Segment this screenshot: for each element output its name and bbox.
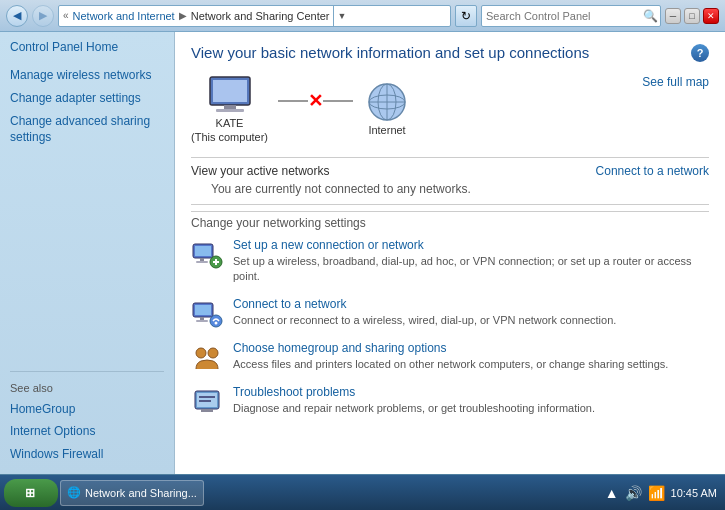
troubleshoot-desc: Diagnose and repair network problems, or… [233,402,595,414]
troubleshoot-link[interactable]: Troubleshoot problems [233,385,595,399]
svg-rect-17 [195,305,211,315]
globe-icon [363,82,411,122]
connect-network-link[interactable]: Connect to a network [233,297,616,311]
homegroup-desc: Access files and printers located on oth… [233,358,668,370]
content-area: ? View your basic network information an… [175,32,725,474]
taskbar-active-window[interactable]: 🌐 Network and Sharing... [60,480,204,506]
breadcrumb-current: Network and Sharing Center [191,10,330,22]
tray-time: 10:45 AM [671,487,717,499]
no-connection-message: You are currently not connected to any n… [191,182,709,196]
svg-point-21 [215,321,218,324]
connect-to-network-link[interactable]: Connect to a network [596,164,709,178]
svg-point-22 [196,348,206,358]
connector-line-left [278,100,308,102]
svg-rect-19 [196,320,208,322]
search-button[interactable]: 🔍 [640,6,660,26]
svg-rect-12 [196,261,208,263]
homegroup-link[interactable]: Choose homegroup and sharing options [233,341,668,355]
change-settings-title: Change your networking settings [191,211,709,230]
svg-point-20 [210,315,222,327]
sidebar: Control Panel Home Manage wireless netwo… [0,32,175,474]
svg-rect-11 [200,258,204,261]
network-connector: ✕ [268,90,363,128]
title-bar: ◀ ▶ « Network and Internet ▶ Network and… [0,0,725,32]
svg-rect-3 [216,109,244,112]
main-content: Control Panel Home Manage wireless netwo… [0,32,725,474]
divider-2 [191,204,709,205]
computer-icon [206,75,254,115]
sidebar-links: Manage wireless networks Change adapter … [10,64,164,149]
search-box: 🔍 [481,5,661,27]
svg-rect-2 [224,105,236,109]
network-diagram: KATE (This computer) ✕ [191,75,709,143]
setting-new-connection: Set up a new connection or network Set u… [191,238,709,285]
computer-sublabel: (This computer) [191,131,268,143]
maximize-button[interactable]: □ [684,8,700,24]
sidebar-windows-firewall-link[interactable]: Windows Firewall [10,443,164,466]
see-also-title: See also [10,382,164,394]
internet-label: Internet [368,124,405,136]
homegroup-icon [191,341,223,373]
new-connection-icon [191,238,223,270]
connect-network-text: Connect to a network Connect or reconnec… [233,297,616,328]
svg-rect-25 [197,393,217,407]
breadcrumb-part1[interactable]: Network and Internet [73,10,175,22]
svg-point-23 [208,348,218,358]
sidebar-change-adapter[interactable]: Change adapter settings [10,87,164,110]
taskbar: ⊞ 🌐 Network and Sharing... ▲ 🔊 📶 10:45 A… [0,474,725,510]
homegroup-text: Choose homegroup and sharing options Acc… [233,341,668,372]
setting-homegroup: Choose homegroup and sharing options Acc… [191,341,709,373]
close-button[interactable]: ✕ [703,8,719,24]
divider-1 [191,157,709,158]
search-input[interactable] [482,10,640,22]
sidebar-home-link[interactable]: Control Panel Home [10,40,164,54]
connect-network-icon [191,297,223,329]
svg-rect-10 [195,246,211,256]
svg-rect-1 [213,80,247,102]
tray-expand-icon[interactable]: ▲ [605,485,619,501]
active-networks-title: View your active networks [191,164,330,178]
setting-connect-network: Connect to a network Connect or reconnec… [191,297,709,329]
minimize-button[interactable]: ─ [665,8,681,24]
svg-rect-18 [200,317,204,320]
page-title: View your basic network information and … [191,44,709,61]
start-button[interactable]: ⊞ [4,479,58,507]
sidebar-change-advanced[interactable]: Change advanced sharing settings [10,110,164,150]
sidebar-internet-options-link[interactable]: Internet Options [10,420,164,443]
new-connection-desc: Set up a wireless, broadband, dial-up, a… [233,255,692,282]
connector-line-right [323,100,353,102]
taskbar-window-icon: 🌐 [67,486,81,499]
new-connection-link[interactable]: Set up a new connection or network [233,238,709,252]
help-button[interactable]: ? [691,44,709,62]
see-also-section: See also HomeGroup Internet Options Wind… [10,371,164,466]
svg-rect-26 [201,409,213,412]
computer-label: KATE [216,117,244,129]
setting-troubleshoot: Troubleshoot problems Diagnose and repai… [191,385,709,417]
start-orb-icon: ⊞ [25,486,35,500]
window-controls: ─ □ ✕ [665,8,719,24]
new-connection-text: Set up a new connection or network Set u… [233,238,709,285]
address-bar: « Network and Internet ▶ Network and Sha… [58,5,451,27]
sidebar-homegroup-link[interactable]: HomeGroup [10,398,164,421]
computer-device: KATE (This computer) [191,75,268,143]
back-button[interactable]: ◀ [6,5,28,27]
sidebar-manage-wireless[interactable]: Manage wireless networks [10,64,164,87]
forward-button[interactable]: ▶ [32,5,54,27]
connect-network-desc: Connect or reconnect to a wireless, wire… [233,314,616,326]
address-dropdown-button[interactable]: ▼ [333,5,349,27]
breadcrumb-sep: ▶ [179,10,187,21]
system-tray: ▲ 🔊 📶 10:45 AM [605,485,721,501]
refresh-button[interactable]: ↻ [455,5,477,27]
active-networks-header: View your active networks Connect to a n… [191,164,709,178]
see-full-map-link[interactable]: See full map [642,75,709,89]
breadcrumb-prefix: « [63,10,69,21]
troubleshoot-icon [191,385,223,417]
disconnected-icon: ✕ [308,90,323,112]
tray-volume-icon[interactable]: 🔊 [625,485,642,501]
troubleshoot-text: Troubleshoot problems Diagnose and repai… [233,385,595,416]
tray-network-icon[interactable]: 📶 [648,485,665,501]
internet-device: Internet [363,82,411,136]
taskbar-window-label: Network and Sharing... [85,487,197,499]
